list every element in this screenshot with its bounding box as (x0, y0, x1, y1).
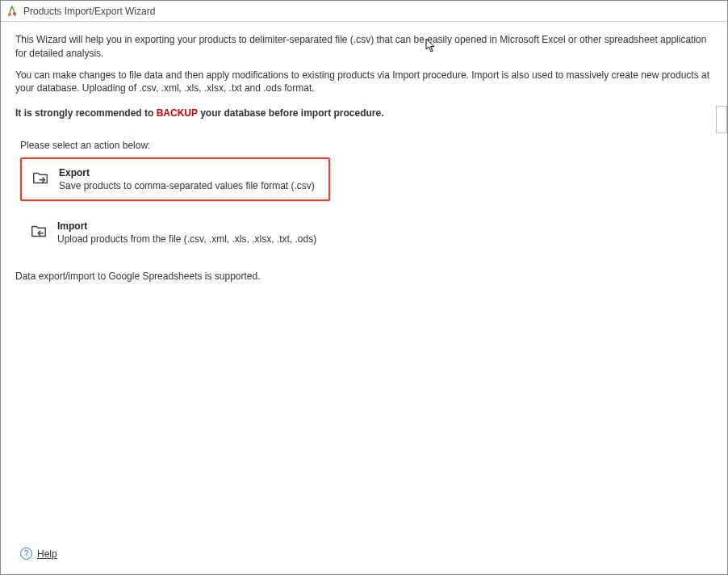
intro-paragraph-2: You can make changes to file data and th… (15, 69, 713, 96)
import-title: Import (57, 220, 316, 232)
svg-point-1 (13, 12, 16, 15)
folder-import-icon (30, 222, 48, 240)
export-title: Export (59, 167, 315, 178)
export-description: Save products to comma-separated values … (59, 180, 315, 191)
app-icon (6, 5, 19, 18)
intro-paragraph-1: This Wizard will help you in exporting y… (15, 33, 713, 61)
window-title: Products Import/Export Wizard (23, 6, 155, 17)
help-label: Help (37, 548, 57, 560)
recommend-backup: BACKUP (157, 107, 198, 119)
google-spreadsheets-note: Data export/import to Google Spreadsheet… (15, 271, 713, 282)
export-option[interactable]: Export Save products to comma-separated … (20, 157, 330, 201)
svg-point-0 (8, 13, 11, 16)
help-link[interactable]: ? Help (20, 548, 57, 560)
import-option[interactable]: Import Upload products from the file (.c… (20, 212, 330, 253)
side-panel-button[interactable] (716, 106, 727, 133)
help-icon: ? (20, 548, 32, 560)
import-description: Upload products from the file (.csv, .xm… (57, 233, 316, 245)
window-titlebar: Products Import/Export Wizard (1, 1, 727, 22)
folder-export-icon (31, 169, 49, 187)
recommend-pre: It is strongly recommended to (15, 107, 157, 119)
select-action-label: Please select an action below: (20, 140, 713, 151)
recommend-post: your database before import procedure. (198, 107, 384, 119)
backup-recommendation: It is strongly recommended to BACKUP you… (15, 107, 713, 120)
